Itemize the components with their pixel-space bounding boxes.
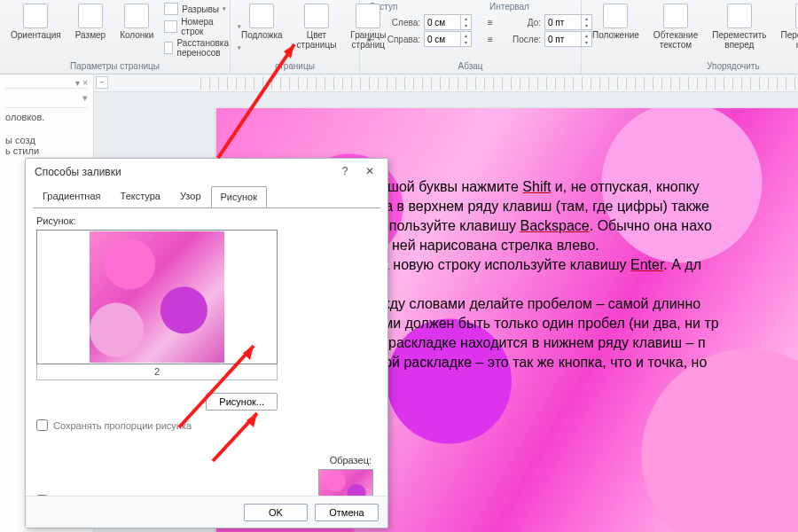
size-button[interactable]: Размер [72,2,109,42]
picture-label: Рисунок: [36,215,377,226]
dialog-title: Способы заливки [35,166,121,178]
breaks-button[interactable]: Разрывы▾ [164,3,240,15]
nav-text: ь стили [5,145,88,156]
indent-left-input[interactable]: ▴▾ [424,14,472,30]
tab-texture[interactable]: Текстура [111,185,170,207]
group-label-page-bg: страницы [238,59,352,74]
hyphenation-button[interactable]: Расстановка переносов▾ [164,38,240,58]
sample-label: Образец: [330,455,372,466]
picture-name: 2 [36,364,278,380]
dialog-close-button[interactable]: ✕ [357,162,382,182]
wrap-text-button[interactable]: Обтекание текстом [650,2,701,51]
picture-preview [36,230,278,364]
columns-button[interactable]: Колонки [116,2,157,42]
group-label-arrange: Упорядочить [589,59,798,74]
ruler-toggle[interactable]: ⌐ [96,76,108,89]
ribbon: Ориентация Размер Колонки Разрывы▾ Номер… [0,0,798,74]
dialog-tabs: Градиентная Текстура Узор Рисунок [26,185,387,207]
fill-effects-dialog: Способы заливки ? ✕ Градиентная Текстура… [25,158,388,528]
watermark-button[interactable]: Подложка [238,2,286,42]
indent-caption: Отступ [367,2,472,13]
nav-text: оловков. [5,112,88,122]
select-picture-button[interactable]: Рисунок... [206,393,278,411]
group-label-paragraph: Абзац [367,59,574,74]
lock-aspect-checkbox[interactable]: Сохранять пропорции рисунка [36,419,377,431]
nav-close-button[interactable]: ▾ × [75,78,88,88]
group-label-page-setup: Параметры страницы [7,59,223,74]
line-numbers-button[interactable]: Номера строк▾ [164,17,240,36]
ruler: ⌐ [94,74,798,92]
page-color-button[interactable]: Цвет страницы [293,2,340,51]
tab-gradient[interactable]: Градиентная [33,185,111,207]
spacing-before-icon: ≡ [488,18,497,27]
bring-forward-button[interactable]: Переместить вперед [708,2,770,51]
orientation-button[interactable]: Ориентация [7,2,65,42]
nav-text: ы созд [5,135,88,145]
indent-right-icon: ⇤ [367,35,376,44]
indent-right-input[interactable]: ▴▾ [424,31,472,47]
ok-button[interactable]: OK [244,504,308,521]
dialog-help-button[interactable]: ? [332,162,357,182]
cancel-button[interactable]: Отмена [315,504,379,521]
position-button[interactable]: Положение [589,2,643,42]
tab-picture[interactable]: Рисунок [211,186,268,207]
spacing-after-icon: ≡ [488,35,497,44]
spacing-caption: Интервал [488,2,592,13]
tab-pattern[interactable]: Узор [170,185,211,207]
send-backward-button[interactable]: Переместить назад [778,2,799,51]
